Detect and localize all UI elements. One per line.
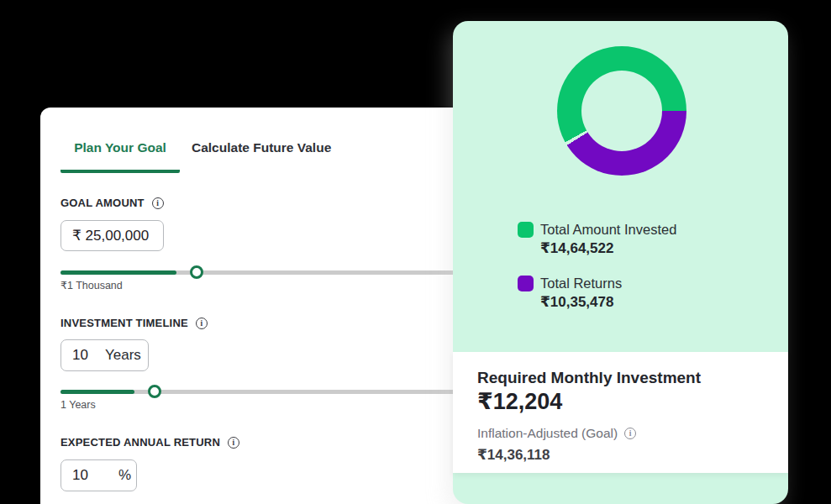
goal-amount-min-hint: ₹1 Thousand [60,280,123,291]
legend-swatch-returns [518,276,534,291]
goal-amount-label-text: GOAL AMOUNT [60,197,145,209]
goal-amount-value: ₹ 25,00,000 [72,227,149,244]
expected-annual-return-label: EXPECTED ANNUAL RETURN i [60,436,239,449]
investment-timeline-label: INVESTMENT TIMELINE i [60,317,208,329]
expected-annual-return-unit: % [118,467,131,484]
tab-plan-your-goal[interactable]: Plan Your Goal [60,139,180,173]
results-panel: Total Amount Invested ₹14,64,522 Total R… [453,21,788,504]
inflation-adjusted-label: Inflation-Adjusted (Goal) [477,427,618,440]
investment-timeline-unit: Years [105,347,141,364]
expected-annual-return-label-text: EXPECTED ANNUAL RETURN [60,436,220,449]
monthly-investment-summary: Required Monthly Investment ₹12,204 Infl… [453,352,788,473]
slider-fill [60,270,176,275]
goal-amount-slider-handle[interactable] [190,265,203,279]
summary-title: Required Monthly Investment [477,370,768,386]
info-icon[interactable]: i [152,197,164,209]
investment-timeline-value: 10 [72,347,88,364]
goal-amount-input[interactable]: ₹ 25,00,000 [60,220,164,251]
donut-chart [557,46,686,176]
tab-bar: Plan Your Goal Calculate Future Value [60,139,331,173]
legend-item-returns: Total Returns ₹10,35,478 [518,274,622,312]
legend-label: Total Amount Invested [540,220,676,239]
expected-annual-return-value: 10 [72,467,88,484]
legend-label: Total Returns [540,274,622,292]
tab-calculate-future-value[interactable]: Calculate Future Value [192,139,331,170]
info-icon[interactable]: i [624,428,636,439]
legend-value: ₹10,35,478 [540,292,622,312]
expected-annual-return-input[interactable]: 10 % [60,459,137,491]
info-icon[interactable]: i [228,437,239,449]
legend-value: ₹14,64,522 [540,239,676,259]
summary-amount: ₹12,204 [477,391,768,413]
inflation-adjusted-value: ₹14,36,118 [477,448,768,463]
investment-timeline-min-hint: 1 Years [60,399,96,411]
legend-item-invested: Total Amount Invested ₹14,64,522 [518,220,676,259]
investment-timeline-label-text: INVESTMENT TIMELINE [60,317,188,329]
investment-timeline-input[interactable]: 10 Years [60,339,149,371]
slider-fill [60,390,134,394]
legend-swatch-invested [518,222,534,238]
info-icon[interactable]: i [196,318,208,329]
inflation-adjusted-row: Inflation-Adjusted (Goal) i [477,427,768,440]
goal-amount-label: GOAL AMOUNT i [60,197,164,209]
page: Plan Your Goal Calculate Future Value GO… [0,0,831,504]
investment-timeline-slider-handle[interactable] [148,385,161,398]
